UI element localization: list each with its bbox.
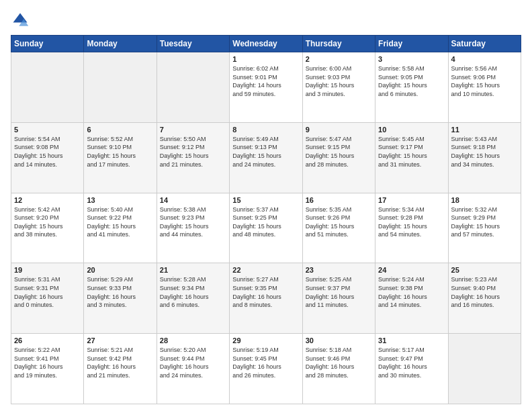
calendar-cell: 3Sunrise: 5:58 AM Sunset: 9:05 PM Daylig…	[375, 52, 448, 123]
calendar-cell: 26Sunrise: 5:22 AM Sunset: 9:41 PM Dayli…	[11, 334, 84, 404]
day-info: Sunrise: 5:47 AM Sunset: 9:15 PM Dayligh…	[306, 135, 372, 169]
day-number: 2	[306, 55, 372, 63]
day-number: 17	[378, 196, 445, 204]
day-number: 28	[160, 336, 226, 345]
calendar-day-header: Saturday	[448, 36, 521, 52]
calendar-cell: 21Sunrise: 5:28 AM Sunset: 9:34 PM Dayli…	[157, 263, 229, 334]
calendar-cell: 1Sunrise: 6:02 AM Sunset: 9:01 PM Daylig…	[230, 52, 302, 123]
calendar-cell: 10Sunrise: 5:45 AM Sunset: 9:17 PM Dayli…	[375, 122, 448, 193]
day-number: 31	[378, 336, 445, 345]
calendar-day-header: Sunday	[11, 36, 84, 52]
calendar-cell: 29Sunrise: 5:19 AM Sunset: 9:45 PM Dayli…	[230, 334, 302, 404]
day-info: Sunrise: 6:02 AM Sunset: 9:01 PM Dayligh…	[232, 64, 299, 98]
day-info: Sunrise: 5:52 AM Sunset: 9:10 PM Dayligh…	[87, 135, 153, 169]
calendar-week-row: 1Sunrise: 6:02 AM Sunset: 9:01 PM Daylig…	[11, 52, 521, 123]
day-number: 13	[87, 196, 153, 204]
calendar-day-header: Wednesday	[230, 36, 302, 52]
day-number: 3	[378, 55, 445, 63]
day-info: Sunrise: 5:20 AM Sunset: 9:44 PM Dayligh…	[160, 346, 226, 379]
header	[11, 11, 521, 30]
day-info: Sunrise: 5:56 AM Sunset: 9:06 PM Dayligh…	[451, 64, 518, 98]
calendar-cell: 16Sunrise: 5:35 AM Sunset: 9:26 PM Dayli…	[302, 193, 375, 263]
calendar-cell: 9Sunrise: 5:47 AM Sunset: 9:15 PM Daylig…	[302, 122, 375, 193]
calendar-header-row: SundayMondayTuesdayWednesdayThursdayFrid…	[11, 36, 521, 52]
calendar-cell: 24Sunrise: 5:24 AM Sunset: 9:38 PM Dayli…	[375, 263, 448, 334]
day-number: 1	[232, 55, 299, 63]
day-info: Sunrise: 5:27 AM Sunset: 9:35 PM Dayligh…	[232, 275, 299, 309]
calendar-cell: 22Sunrise: 5:27 AM Sunset: 9:35 PM Dayli…	[230, 263, 302, 334]
day-info: Sunrise: 5:29 AM Sunset: 9:33 PM Dayligh…	[87, 275, 153, 309]
calendar-cell: 4Sunrise: 5:56 AM Sunset: 9:06 PM Daylig…	[448, 52, 521, 123]
calendar-cell	[11, 52, 84, 123]
day-number: 20	[87, 266, 153, 274]
day-number: 24	[378, 266, 445, 274]
day-number: 11	[451, 126, 518, 134]
day-info: Sunrise: 5:24 AM Sunset: 9:38 PM Dayligh…	[378, 275, 445, 309]
calendar-table: SundayMondayTuesdayWednesdayThursdayFrid…	[11, 35, 521, 404]
day-info: Sunrise: 5:23 AM Sunset: 9:40 PM Dayligh…	[451, 275, 518, 309]
calendar-cell	[448, 334, 521, 404]
day-number: 14	[160, 196, 226, 204]
day-info: Sunrise: 5:43 AM Sunset: 9:18 PM Dayligh…	[451, 135, 518, 169]
calendar-cell: 17Sunrise: 5:34 AM Sunset: 9:28 PM Dayli…	[375, 193, 448, 263]
calendar-cell: 20Sunrise: 5:29 AM Sunset: 9:33 PM Dayli…	[84, 263, 157, 334]
day-info: Sunrise: 5:49 AM Sunset: 9:13 PM Dayligh…	[232, 135, 299, 169]
day-number: 23	[306, 266, 372, 274]
day-info: Sunrise: 5:32 AM Sunset: 9:29 PM Dayligh…	[451, 205, 518, 239]
day-number: 12	[14, 196, 81, 204]
calendar-day-header: Thursday	[302, 36, 375, 52]
calendar-cell: 19Sunrise: 5:31 AM Sunset: 9:31 PM Dayli…	[11, 263, 84, 334]
calendar-cell: 15Sunrise: 5:37 AM Sunset: 9:25 PM Dayli…	[230, 193, 302, 263]
day-info: Sunrise: 5:50 AM Sunset: 9:12 PM Dayligh…	[160, 135, 226, 169]
day-number: 8	[232, 126, 299, 134]
calendar-cell: 7Sunrise: 5:50 AM Sunset: 9:12 PM Daylig…	[157, 122, 229, 193]
day-number: 29	[232, 336, 299, 345]
day-info: Sunrise: 5:22 AM Sunset: 9:41 PM Dayligh…	[14, 346, 81, 379]
calendar-week-row: 12Sunrise: 5:42 AM Sunset: 9:20 PM Dayli…	[11, 193, 521, 263]
calendar-cell: 11Sunrise: 5:43 AM Sunset: 9:18 PM Dayli…	[448, 122, 521, 193]
day-number: 5	[14, 126, 81, 134]
day-info: Sunrise: 5:28 AM Sunset: 9:34 PM Dayligh…	[160, 275, 226, 309]
calendar-day-header: Friday	[375, 36, 448, 52]
day-info: Sunrise: 5:35 AM Sunset: 9:26 PM Dayligh…	[306, 205, 372, 239]
calendar-day-header: Monday	[84, 36, 157, 52]
day-info: Sunrise: 6:00 AM Sunset: 9:03 PM Dayligh…	[306, 64, 372, 98]
day-number: 22	[232, 266, 299, 274]
day-info: Sunrise: 5:31 AM Sunset: 9:31 PM Dayligh…	[14, 275, 81, 309]
calendar-week-row: 26Sunrise: 5:22 AM Sunset: 9:41 PM Dayli…	[11, 334, 521, 404]
calendar-cell	[84, 52, 157, 123]
calendar-cell: 6Sunrise: 5:52 AM Sunset: 9:10 PM Daylig…	[84, 122, 157, 193]
day-number: 6	[87, 126, 153, 134]
calendar-week-row: 5Sunrise: 5:54 AM Sunset: 9:08 PM Daylig…	[11, 122, 521, 193]
calendar-cell: 18Sunrise: 5:32 AM Sunset: 9:29 PM Dayli…	[448, 193, 521, 263]
day-info: Sunrise: 5:37 AM Sunset: 9:25 PM Dayligh…	[232, 205, 299, 239]
day-number: 30	[306, 336, 372, 345]
calendar-cell: 23Sunrise: 5:25 AM Sunset: 9:37 PM Dayli…	[302, 263, 375, 334]
day-number: 15	[232, 196, 299, 204]
day-info: Sunrise: 5:21 AM Sunset: 9:42 PM Dayligh…	[87, 346, 153, 379]
day-info: Sunrise: 5:40 AM Sunset: 9:22 PM Dayligh…	[87, 205, 153, 239]
calendar-cell: 30Sunrise: 5:18 AM Sunset: 9:46 PM Dayli…	[302, 334, 375, 404]
day-number: 27	[87, 336, 153, 345]
logo-icon	[11, 11, 30, 30]
day-number: 9	[306, 126, 372, 134]
day-info: Sunrise: 5:25 AM Sunset: 9:37 PM Dayligh…	[306, 275, 372, 309]
day-number: 10	[378, 126, 445, 134]
day-info: Sunrise: 5:18 AM Sunset: 9:46 PM Dayligh…	[306, 346, 372, 379]
day-info: Sunrise: 5:58 AM Sunset: 9:05 PM Dayligh…	[378, 64, 445, 98]
day-number: 19	[14, 266, 81, 274]
day-number: 4	[451, 55, 518, 63]
day-number: 25	[451, 266, 518, 274]
day-info: Sunrise: 5:38 AM Sunset: 9:23 PM Dayligh…	[160, 205, 226, 239]
day-info: Sunrise: 5:34 AM Sunset: 9:28 PM Dayligh…	[378, 205, 445, 239]
calendar-day-header: Tuesday	[157, 36, 229, 52]
calendar-week-row: 19Sunrise: 5:31 AM Sunset: 9:31 PM Dayli…	[11, 263, 521, 334]
day-info: Sunrise: 5:42 AM Sunset: 9:20 PM Dayligh…	[14, 205, 81, 239]
page: SundayMondayTuesdayWednesdayThursdayFrid…	[0, 0, 532, 411]
day-number: 16	[306, 196, 372, 204]
calendar-cell: 2Sunrise: 6:00 AM Sunset: 9:03 PM Daylig…	[302, 52, 375, 123]
calendar-cell: 12Sunrise: 5:42 AM Sunset: 9:20 PM Dayli…	[11, 193, 84, 263]
day-number: 7	[160, 126, 226, 134]
calendar-cell: 5Sunrise: 5:54 AM Sunset: 9:08 PM Daylig…	[11, 122, 84, 193]
day-number: 26	[14, 336, 81, 345]
